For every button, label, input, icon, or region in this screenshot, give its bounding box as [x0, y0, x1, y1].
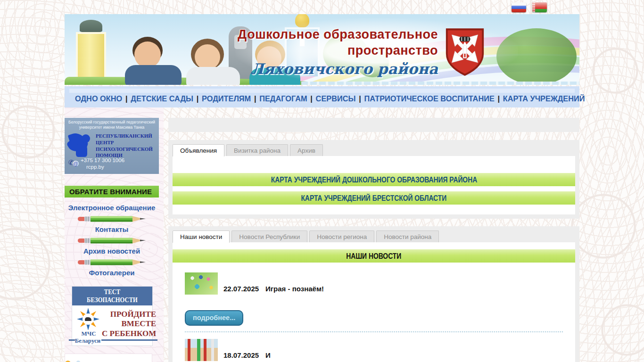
main-navigation: ОДНО ОКНО|ДЕТСКИЕ САДЫ|РОДИТЕЛЯМ|ПЕДАГОГ…: [65, 86, 579, 107]
news-date: 18.07.2025: [223, 351, 259, 359]
site-title-line2: пространство: [238, 42, 438, 58]
news-title: И: [265, 351, 271, 359]
mchs-org-label: МЧС Беларуси: [74, 330, 102, 345]
announcements-box: Объявления Визитка района Архив КАРТА УЧ…: [168, 140, 579, 219]
news-tabs: Наши новости Новости Республики Новости …: [173, 230, 575, 242]
breadcrumb-band: [168, 118, 579, 132]
gallery-banner[interactable]: Галерея: [65, 354, 152, 362]
sidebar-item-news-archive[interactable]: Архив новостей: [65, 245, 159, 258]
nav-item-patrioticheskoe-vospitanie[interactable]: ПАТРИОТИЧЕСКОЕ ВОСПИТАНИЕ: [364, 94, 494, 103]
announcements-panel: КАРТА УЧРЕЖДЕНИЙ ДОШКОЛЬНОГО ОБРАЗОВАНИЯ…: [173, 156, 575, 214]
news-thumbnail[interactable]: [185, 339, 218, 361]
nav-item-roditelyam[interactable]: РОДИТЕЛЯМ: [202, 94, 251, 103]
district-institutions-map-link[interactable]: КАРТА УЧРЕЖДЕНИЙ ДОШКОЛЬНОГО ОБРАЗОВАНИЯ…: [173, 173, 575, 186]
tab-our-news[interactable]: Наши новости: [173, 230, 230, 243]
more-button[interactable]: подробнее...: [185, 310, 243, 326]
tab-district-card[interactable]: Визитка района: [226, 144, 288, 156]
news-box: Наши новости Новости Республики Новости …: [168, 226, 579, 362]
news-title: Играя - познаём!: [265, 285, 324, 293]
pencil-divider-icon: [77, 259, 146, 265]
nav-separator: |: [355, 94, 364, 103]
news-caption: 22.07.2025Играя - познаём!: [223, 285, 324, 295]
nav-item-odno-okno[interactable]: ОДНО ОКНО: [75, 94, 122, 103]
rcpp-banner[interactable]: Белорусский государственный педагогическ…: [65, 118, 159, 174]
mchs-safety-banner[interactable]: ТЕСТ БЕЗОПАСНОСТИ МЧС Беларуси ПРОЙДИТЕ …: [72, 286, 153, 346]
nav-separator: |: [122, 94, 131, 103]
news-panel: НАШИ НОВОСТИ 22.07.2025Играя - познаём! …: [173, 242, 575, 362]
sidebar-links: Электронное обращение Контакты: [65, 197, 159, 280]
rcpp-site: rcpp.by: [81, 164, 124, 171]
rcpp-logo-icon: [66, 131, 96, 158]
mchs-emblem-icon: [77, 308, 99, 330]
news-item: 22.07.2025Играя - познаём!: [173, 272, 575, 295]
news-header: НАШИ НОВОСТИ: [173, 249, 575, 263]
tab-archive[interactable]: Архив: [290, 144, 323, 156]
nav-separator: |: [193, 94, 202, 103]
nav-item-servisy[interactable]: СЕРВИСЫ: [316, 94, 356, 103]
belarus-flag[interactable]: [532, 2, 547, 12]
nav-item-pedagogam[interactable]: ПЕДАГОГАМ: [259, 94, 307, 103]
main-content: Объявления Визитка района Архив КАРТА УЧ…: [168, 107, 579, 362]
attention-header: ОБРАТИТЕ ВНИМАНИЕ: [65, 186, 159, 197]
language-switcher: [512, 2, 547, 12]
page: Дошкольное образовательное пространство …: [0, 0, 644, 362]
sidebar-item-photo-galleries[interactable]: Фотогалереи: [65, 266, 159, 280]
news-item: 18.07.2025И: [173, 339, 575, 361]
nav-item-karta-uchrezhdenij[interactable]: КАРТА УЧРЕЖДЕНИЙ: [503, 94, 585, 103]
tab-announcements[interactable]: Объявления: [173, 144, 224, 156]
phone-email-icon: [68, 160, 79, 168]
site-subtitle: Ляховичского района: [251, 60, 438, 77]
pencil-divider-icon: [77, 215, 146, 222]
brest-region-institutions-map-link[interactable]: КАРТА УЧРЕЖДЕНИЙ БРЕСТСКОЙ ОБЛАСТИ: [173, 191, 575, 205]
rcpp-university-label: Белорусский государственный педагогическ…: [65, 118, 159, 131]
tab-region-news[interactable]: Новости региона: [309, 230, 374, 242]
sidebar-item-electronic-appeal[interactable]: Электронное обращение: [65, 201, 159, 214]
mchs-header: ТЕСТ БЕЗОПАСНОСТИ: [72, 287, 152, 305]
rcpp-phone: +375 17 300 1006: [81, 157, 124, 164]
news-date: 22.07.2025: [223, 285, 259, 293]
child-photo: [125, 37, 186, 85]
nav-item-detskie-sady[interactable]: ДЕТСКИЕ САДЫ: [131, 94, 193, 103]
chapel-illustration: [72, 20, 110, 85]
nav-separator: |: [495, 94, 503, 103]
news-separator: [185, 331, 563, 332]
coat-of-arms-icon: [445, 27, 485, 77]
nav-separator: |: [251, 94, 259, 103]
nav-separator: |: [307, 94, 316, 103]
site-title-line1: Дошкольное образовательное: [238, 26, 438, 42]
site-title: Дошкольное образовательное пространство: [238, 26, 438, 58]
news-caption: 18.07.2025И: [223, 351, 271, 361]
nav-strip-decor: [69, 89, 575, 93]
sidebar: Белорусский государственный педагогическ…: [65, 107, 164, 362]
russia-flag[interactable]: [512, 2, 526, 12]
rcpp-center-label: РЕСПУБЛИКАНСКИЙ ЦЕНТР ПСИХОЛОГИЧЕСКОЙ ПО…: [96, 131, 157, 159]
header-banner: Дошкольное образовательное пространство …: [65, 14, 579, 85]
pencil-divider-icon: [77, 237, 146, 244]
announcements-tabs: Объявления Визитка района Архив: [173, 144, 575, 156]
sidebar-item-contacts[interactable]: Контакты: [65, 223, 159, 236]
tab-district-news[interactable]: Новости района: [376, 230, 439, 242]
tab-republic-news[interactable]: Новости Республики: [231, 230, 307, 242]
news-thumbnail[interactable]: [185, 272, 218, 295]
